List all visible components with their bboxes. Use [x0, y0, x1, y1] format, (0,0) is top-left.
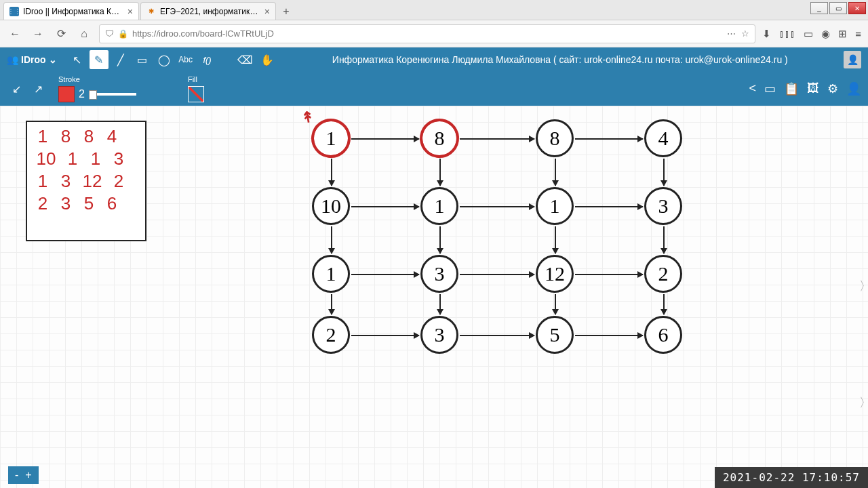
image-icon[interactable]: 🖼	[807, 81, 819, 96]
matrix-cell: 3	[107, 148, 130, 169]
chevron-down-icon: ⌄	[49, 54, 57, 65]
arrow-right-icon	[351, 138, 419, 140]
bookmark-star-icon[interactable]: ☆	[741, 28, 749, 39]
chat-icon[interactable]: ▭	[764, 81, 776, 96]
browser-tab-bar: ⋮⋮ IDroo || Информатика Корен… × ✱ ЕГЭ−2…	[0, 0, 868, 20]
reload-button[interactable]: ⟳	[53, 26, 69, 42]
eraser-tool[interactable]: ⌫	[236, 50, 255, 69]
arrow-right-icon	[575, 335, 643, 336]
stroke-color-swatch[interactable]	[58, 86, 75, 102]
text-tool[interactable]: Abc	[176, 50, 195, 69]
browser-tab[interactable]: ✱ ЕГЭ−2021, информатика: зад… ×	[140, 2, 276, 20]
pointer-tool[interactable]: ↖	[68, 50, 87, 69]
person-icon[interactable]: 👤	[846, 81, 861, 96]
matrix-cell: 4	[100, 126, 123, 147]
arrow-down-icon	[331, 159, 332, 186]
graph-node: 1	[420, 187, 458, 225]
app-logo[interactable]: 👥 IDroo ⌄	[7, 54, 57, 65]
sidebar-icon[interactable]: ▭	[804, 28, 813, 40]
matrix-cell: 5	[77, 193, 100, 214]
users-icon: 👥	[7, 54, 18, 65]
arrow-right-icon	[460, 274, 534, 275]
share-icon[interactable]: <	[749, 81, 756, 96]
arrow-right-icon	[575, 274, 643, 275]
graph-node: 5	[536, 316, 574, 354]
formula-tool[interactable]: f()	[198, 50, 217, 69]
zoom-out-button[interactable]: -	[15, 469, 18, 481]
downloads-icon[interactable]: ⬇	[762, 28, 771, 40]
arrow-right-icon	[460, 335, 534, 336]
address-bar[interactable]: 🛡 🔒 https://idroo.com/board-lCwTRtULjD ⋯…	[99, 24, 755, 43]
extension-icon[interactable]: ⊞	[838, 28, 847, 40]
zoom-in-button[interactable]: +	[25, 469, 31, 481]
matrix-cell: 3	[54, 171, 77, 192]
arrow-down-icon	[439, 226, 441, 253]
line-tool[interactable]: ╱	[111, 50, 130, 69]
arrow-right-icon	[351, 206, 419, 207]
arrow-down-icon	[555, 294, 556, 314]
graph-node: 12	[536, 255, 574, 293]
graph-node: 2	[312, 316, 350, 354]
fill-label: Fill	[188, 75, 204, 83]
matrix-cell: 10	[31, 148, 61, 169]
graph-node: 10	[312, 187, 350, 225]
browser-nav-bar: ← → ⟳ ⌂ 🛡 🔒 https://idroo.com/board-lCwT…	[0, 20, 868, 47]
collapse-icon[interactable]: ↙	[7, 79, 26, 98]
stroke-width-slider[interactable]	[89, 93, 136, 96]
tab-close-icon[interactable]: ×	[264, 6, 270, 17]
expand-icon[interactable]: ↗	[28, 79, 47, 98]
arrow-right-icon	[575, 206, 643, 207]
app-toolbar: 👥 IDroo ⌄ ↖ ✎ ╱ ▭ ◯ Abc f() ⌫ ✋ Информат…	[0, 47, 868, 72]
back-button[interactable]: ←	[7, 26, 23, 42]
arrow-down-icon	[555, 226, 556, 253]
person-icon: 👤	[847, 54, 859, 65]
account-icon[interactable]: ◉	[821, 28, 830, 40]
matrix-cell: 1	[84, 148, 107, 169]
browser-tab[interactable]: ⋮⋮ IDroo || Информатика Корен… ×	[3, 2, 139, 20]
tab-close-icon[interactable]: ×	[127, 6, 133, 17]
graph-node: 6	[644, 316, 682, 354]
new-tab-button[interactable]: +	[277, 3, 295, 20]
matrix-cell: 8	[77, 126, 100, 147]
logo-text: IDroo	[21, 54, 46, 65]
graph-node: 1	[312, 255, 350, 293]
forward-button[interactable]: →	[30, 26, 46, 42]
timestamp-overlay: 2021-02-22 17:10:57	[715, 467, 868, 488]
rect-tool[interactable]: ▭	[133, 50, 152, 69]
window-minimize[interactable]: _	[810, 2, 828, 14]
matrix-cell: 1	[31, 126, 54, 147]
arrow-down-icon	[331, 226, 332, 253]
tool-options-bar: ↙ ↗ Stroke 2 Fill < ▭ 📋 🖼 ⚙ 👤	[0, 72, 868, 106]
url-text: https://idroo.com/board-lCwTRtULjD	[132, 28, 723, 39]
arrow-down-icon	[555, 159, 556, 186]
fill-color-swatch[interactable]	[188, 86, 204, 102]
user-avatar[interactable]: 👤	[844, 51, 861, 68]
arrow-down-icon	[663, 159, 665, 186]
lock-icon: 🔒	[118, 29, 128, 39]
ellipse-tool[interactable]: ◯	[155, 50, 174, 69]
arrow-right-icon	[460, 206, 534, 207]
stroke-label: Stroke	[58, 75, 136, 83]
graph-node: 3	[644, 187, 682, 225]
matrix-cell: 12	[77, 171, 107, 192]
tab-title: IDroo || Информатика Корен…	[23, 7, 123, 16]
menu-icon[interactable]: ≡	[855, 28, 861, 39]
page-actions-icon[interactable]: ⋯	[727, 28, 736, 39]
arrow-down-icon	[663, 226, 665, 253]
arrow-right-icon	[460, 138, 534, 140]
matrix-box: 1884 10113 13122 2356	[26, 121, 146, 241]
graph-node: 8	[420, 119, 458, 157]
tab-favicon-icon: ✱	[146, 7, 156, 16]
graph-node: 1↟	[312, 119, 350, 157]
window-close[interactable]: ✕	[848, 2, 866, 14]
home-button[interactable]: ⌂	[76, 26, 92, 42]
gear-icon[interactable]: ⚙	[827, 81, 838, 96]
pan-tool[interactable]: ✋	[258, 50, 277, 69]
arrow-down-icon	[439, 159, 441, 186]
library-icon[interactable]: ⫿⫿⫿	[779, 28, 795, 39]
right-edge-marks: 〉〉	[863, 228, 868, 461]
whiteboard-canvas[interactable]: 1884 10113 13122 2356 1↟8841011313122235…	[0, 106, 868, 488]
pen-tool[interactable]: ✎	[90, 50, 108, 69]
window-maximize[interactable]: ▭	[829, 2, 847, 14]
document-icon[interactable]: 📋	[784, 81, 799, 96]
